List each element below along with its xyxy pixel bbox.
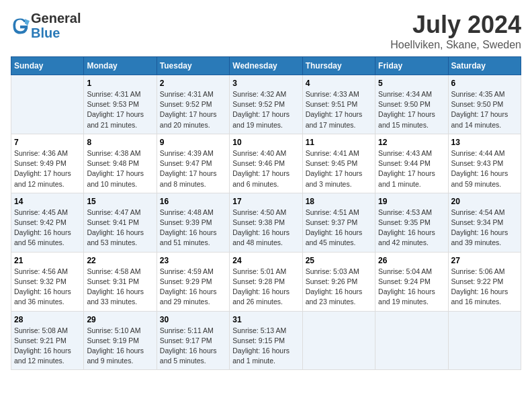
day-number: 28 [14,315,81,324]
calendar-cell: 2Sunrise: 4:31 AMSunset: 9:52 PMDaylight… [157,75,229,134]
day-info: Sunrise: 4:59 AMSunset: 9:29 PMDaylight:… [160,267,226,308]
calendar-cell: 25Sunrise: 5:03 AMSunset: 9:26 PMDayligh… [302,252,375,311]
day-info: Sunrise: 4:31 AMSunset: 9:52 PMDaylight:… [160,89,226,130]
calendar-cell [11,75,84,134]
day-info: Sunrise: 4:51 AMSunset: 9:37 PMDaylight:… [306,208,372,248]
day-info: Sunrise: 4:33 AMSunset: 9:51 PMDaylight:… [306,89,372,130]
day-number: 20 [451,197,518,206]
calendar-cell: 9Sunrise: 4:39 AMSunset: 9:47 PMDaylight… [157,134,229,193]
day-info: Sunrise: 4:38 AMSunset: 9:48 PMDaylight:… [87,148,153,189]
calendar-cell: 14Sunrise: 4:45 AMSunset: 9:42 PMDayligh… [11,193,84,252]
logo-icon [11,16,30,35]
calendar-cell: 18Sunrise: 4:51 AMSunset: 9:37 PMDayligh… [302,193,375,252]
day-info: Sunrise: 4:47 AMSunset: 9:41 PMDaylight:… [87,208,153,248]
day-info: Sunrise: 5:13 AMSunset: 9:15 PMDaylight:… [232,326,299,367]
day-info: Sunrise: 4:44 AMSunset: 9:43 PMDaylight:… [451,148,518,189]
logo-text: General Blue [31,11,81,40]
header-cell-wednesday: Wednesday [230,57,302,75]
header-cell-thursday: Thursday [302,57,375,75]
day-number: 25 [306,256,372,265]
day-info: Sunrise: 4:34 AMSunset: 9:50 PMDaylight:… [378,89,445,130]
day-info: Sunrise: 4:56 AMSunset: 9:32 PMDaylight:… [14,267,81,308]
calendar-cell: 5Sunrise: 4:34 AMSunset: 9:50 PMDaylight… [375,75,448,134]
calendar-table: SundayMondayTuesdayWednesdayThursdayFrid… [11,56,521,370]
calendar-cell: 30Sunrise: 5:11 AMSunset: 9:17 PMDayligh… [157,311,229,370]
day-info: Sunrise: 4:32 AMSunset: 9:52 PMDaylight:… [232,89,299,130]
day-info: Sunrise: 4:40 AMSunset: 9:46 PMDaylight:… [232,148,299,189]
day-number: 2 [160,79,226,88]
calendar-cell: 29Sunrise: 5:10 AMSunset: 9:19 PMDayligh… [84,311,157,370]
day-number: 23 [160,256,226,265]
calendar-cell: 24Sunrise: 5:01 AMSunset: 9:28 PMDayligh… [230,252,302,311]
day-number: 13 [451,138,518,147]
day-number: 15 [87,197,153,206]
calendar-body: 1Sunrise: 4:31 AMSunset: 9:53 PMDaylight… [11,75,521,370]
calendar-cell: 1Sunrise: 4:31 AMSunset: 9:53 PMDaylight… [84,75,157,134]
calendar-cell [448,311,521,370]
day-number: 31 [232,315,299,324]
header-row: SundayMondayTuesdayWednesdayThursdayFrid… [11,57,521,75]
day-number: 14 [14,197,81,206]
day-number: 29 [87,315,153,324]
day-info: Sunrise: 4:50 AMSunset: 9:38 PMDaylight:… [232,208,299,248]
day-number: 12 [378,138,445,147]
day-info: Sunrise: 5:10 AMSunset: 9:19 PMDaylight:… [87,326,153,367]
day-info: Sunrise: 5:11 AMSunset: 9:17 PMDaylight:… [160,326,226,367]
day-info: Sunrise: 4:45 AMSunset: 9:42 PMDaylight:… [14,208,81,248]
day-number: 27 [451,256,518,265]
calendar-week-3: 14Sunrise: 4:45 AMSunset: 9:42 PMDayligh… [11,193,521,252]
calendar-cell: 22Sunrise: 4:58 AMSunset: 9:31 PMDayligh… [84,252,157,311]
calendar-cell: 7Sunrise: 4:36 AMSunset: 9:49 PMDaylight… [11,134,84,193]
calendar-cell [375,311,448,370]
day-number: 5 [378,79,445,88]
calendar-week-4: 21Sunrise: 4:56 AMSunset: 9:32 PMDayligh… [11,252,521,311]
title-block: July 2024 Hoellviken, Skane, Sweden [390,11,521,51]
calendar-week-2: 7Sunrise: 4:36 AMSunset: 9:49 PMDaylight… [11,134,521,193]
header-cell-monday: Monday [84,57,157,75]
calendar-cell: 23Sunrise: 4:59 AMSunset: 9:29 PMDayligh… [157,252,229,311]
day-info: Sunrise: 4:31 AMSunset: 9:53 PMDaylight:… [87,89,153,130]
location-title: Hoellviken, Skane, Sweden [390,39,521,51]
day-number: 10 [232,138,299,147]
day-info: Sunrise: 4:39 AMSunset: 9:47 PMDaylight:… [160,148,226,189]
day-info: Sunrise: 4:53 AMSunset: 9:35 PMDaylight:… [378,208,445,248]
day-number: 30 [160,315,226,324]
day-info: Sunrise: 4:35 AMSunset: 9:50 PMDaylight:… [451,89,518,130]
day-number: 8 [87,138,153,147]
header-cell-sunday: Sunday [11,57,84,75]
day-number: 16 [160,197,226,206]
header-cell-friday: Friday [375,57,448,75]
day-info: Sunrise: 5:03 AMSunset: 9:26 PMDaylight:… [306,267,372,308]
calendar-cell: 26Sunrise: 5:04 AMSunset: 9:24 PMDayligh… [375,252,448,311]
calendar-cell: 21Sunrise: 4:56 AMSunset: 9:32 PMDayligh… [11,252,84,311]
day-number: 21 [14,256,81,265]
calendar-cell: 12Sunrise: 4:43 AMSunset: 9:44 PMDayligh… [375,134,448,193]
day-number: 7 [14,138,81,147]
calendar-week-1: 1Sunrise: 4:31 AMSunset: 9:53 PMDaylight… [11,75,521,134]
day-number: 24 [232,256,299,265]
calendar-cell: 10Sunrise: 4:40 AMSunset: 9:46 PMDayligh… [230,134,302,193]
page-header: General Blue July 2024 Hoellviken, Skane… [11,11,521,51]
day-number: 17 [232,197,299,206]
calendar-cell: 6Sunrise: 4:35 AMSunset: 9:50 PMDaylight… [448,75,521,134]
day-number: 1 [87,79,153,88]
calendar-cell: 20Sunrise: 4:54 AMSunset: 9:34 PMDayligh… [448,193,521,252]
day-info: Sunrise: 4:41 AMSunset: 9:45 PMDaylight:… [306,148,372,189]
day-info: Sunrise: 5:01 AMSunset: 9:28 PMDaylight:… [232,267,299,308]
day-number: 18 [306,197,372,206]
calendar-cell: 28Sunrise: 5:08 AMSunset: 9:21 PMDayligh… [11,311,84,370]
day-number: 3 [232,79,299,88]
day-info: Sunrise: 4:58 AMSunset: 9:31 PMDaylight:… [87,267,153,308]
calendar-week-5: 28Sunrise: 5:08 AMSunset: 9:21 PMDayligh… [11,311,521,370]
calendar-cell [302,311,375,370]
calendar-cell: 8Sunrise: 4:38 AMSunset: 9:48 PMDaylight… [84,134,157,193]
calendar-cell: 13Sunrise: 4:44 AMSunset: 9:43 PMDayligh… [448,134,521,193]
day-info: Sunrise: 4:48 AMSunset: 9:39 PMDaylight:… [160,208,226,248]
header-cell-tuesday: Tuesday [157,57,229,75]
logo: General Blue [11,11,81,40]
day-number: 11 [306,138,372,147]
calendar-cell: 27Sunrise: 5:06 AMSunset: 9:22 PMDayligh… [448,252,521,311]
calendar-cell: 4Sunrise: 4:33 AMSunset: 9:51 PMDaylight… [302,75,375,134]
day-number: 4 [306,79,372,88]
header-cell-saturday: Saturday [448,57,521,75]
